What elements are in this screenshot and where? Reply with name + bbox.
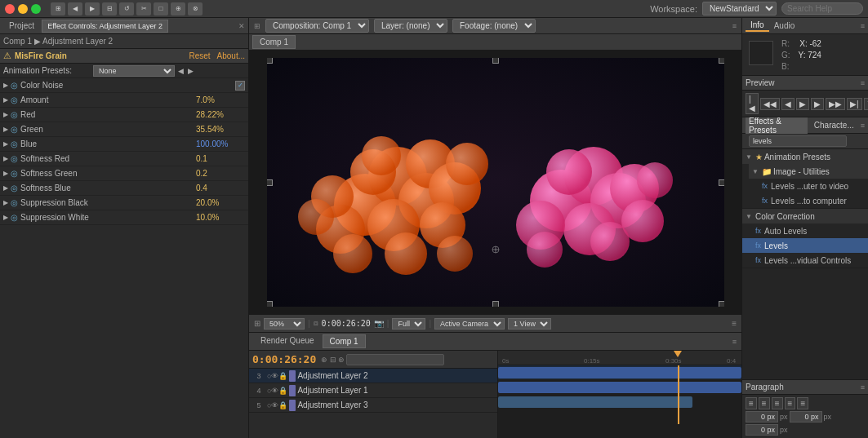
- layer-lock-5[interactable]: 🔒: [278, 401, 287, 409]
- toolbar-icon-7[interactable]: □: [154, 2, 168, 15]
- para-btn-align-center[interactable]: ≡: [759, 397, 770, 409]
- toolbar-icon-6[interactable]: ✂: [136, 2, 151, 15]
- track-bar-5[interactable]: [498, 396, 692, 408]
- viewport[interactable]: [249, 51, 741, 314]
- ep-group-header-animation[interactable]: ▼ ★ Animation Presets: [742, 149, 868, 164]
- prev-btn-next-frame[interactable]: ▶▶: [826, 98, 845, 110]
- ep-tab-effects[interactable]: Effects & Presets: [746, 117, 808, 135]
- camera-select[interactable]: Active Camera: [434, 318, 505, 330]
- layer-lock-4[interactable]: 🔒: [278, 387, 287, 395]
- effect-value-softness-red[interactable]: 0.1: [196, 154, 245, 163]
- toolbar-icon-5[interactable]: ↺: [119, 2, 134, 15]
- zoom-select[interactable]: 50% 100%: [264, 318, 305, 330]
- close-button[interactable]: [5, 4, 15, 14]
- para-input-right-indent[interactable]: [790, 411, 822, 423]
- info-options[interactable]: ≡: [861, 22, 865, 30]
- toolbar-icon-3[interactable]: ▶: [85, 2, 100, 15]
- ep-item-levels-vidual[interactable]: fx Levels ...vidual Controls: [742, 253, 868, 268]
- quality-select[interactable]: Full: [392, 318, 425, 330]
- timeline-search-input[interactable]: [346, 354, 444, 365]
- effect-value-blue[interactable]: 100.00%: [196, 139, 245, 148]
- twist-icon-blue[interactable]: ▶: [3, 140, 8, 148]
- para-btn-justify-all[interactable]: ≡: [797, 397, 808, 409]
- tab-effect-controls[interactable]: Effect Controls: Adjustment Layer 2: [42, 20, 168, 33]
- comp-tab-1[interactable]: Comp 1: [252, 35, 296, 49]
- tab-project[interactable]: Project: [3, 19, 40, 33]
- preview-options[interactable]: ≡: [861, 79, 865, 87]
- twist-icon-softness-red[interactable]: ▶: [3, 155, 8, 162]
- effect-value-red[interactable]: 28.22%: [196, 110, 245, 119]
- paragraph-options[interactable]: ≡: [861, 383, 865, 392]
- playhead-top[interactable]: [674, 351, 682, 357]
- tab-comp-1[interactable]: Comp 1: [323, 334, 366, 348]
- effect-value-green[interactable]: 35.54%: [196, 125, 245, 134]
- prev-btn-play[interactable]: ▶: [796, 98, 809, 110]
- panel-close[interactable]: ✕: [238, 22, 245, 30]
- layer-selector[interactable]: Layer: (none): [374, 19, 447, 33]
- viewport-options-icon[interactable]: ≡: [732, 319, 737, 328]
- ep-group-header-color-correction[interactable]: ▼ Color Correction: [742, 209, 868, 223]
- tab-info[interactable]: Info: [746, 20, 769, 32]
- twist-icon-suppression-black[interactable]: ▶: [3, 199, 8, 206]
- prev-btn-start[interactable]: |◀: [746, 93, 759, 114]
- para-btn-align-left[interactable]: ≡: [746, 397, 757, 409]
- frame-icon[interactable]: ⧈: [314, 319, 318, 328]
- tab-render-queue[interactable]: Render Queue: [254, 334, 321, 348]
- effect-reset-button[interactable]: Reset: [189, 51, 210, 60]
- twist-icon-softness-blue[interactable]: ▶: [3, 184, 8, 192]
- toolbar-icon-9[interactable]: ⊗: [188, 2, 203, 15]
- preset-select[interactable]: None: [93, 65, 175, 77]
- twist-icon-softness-green[interactable]: ▶: [3, 170, 8, 177]
- timeline-options-icon[interactable]: ≡: [732, 338, 737, 346]
- prev-btn-prev[interactable]: ◀: [781, 98, 795, 110]
- ep-item-levels-uter[interactable]: fx Levels ...uter to video: [749, 179, 868, 193]
- toolbar-icon-1[interactable]: ⊞: [51, 2, 65, 15]
- para-btn-align-right[interactable]: ≡: [772, 397, 783, 409]
- twist-icon-red[interactable]: ▶: [3, 111, 8, 118]
- maximize-button[interactable]: [31, 4, 41, 14]
- prev-btn-next[interactable]: ▶: [811, 98, 824, 110]
- para-input-left-indent[interactable]: [746, 411, 778, 423]
- view-select[interactable]: 1 View: [508, 318, 551, 330]
- effect-value-softness-blue[interactable]: 0.4: [196, 184, 245, 192]
- track-bar-3[interactable]: [498, 367, 741, 378]
- para-btn-justify[interactable]: ≡: [785, 397, 796, 409]
- ep-group-header-image-util[interactable]: ▼ 📁 Image - Utilities: [749, 164, 868, 179]
- prev-btn-end[interactable]: ▶|: [847, 98, 862, 110]
- para-input-space-before[interactable]: [746, 424, 778, 436]
- workspace-select[interactable]: NewStandard: [702, 2, 777, 15]
- footage-selector[interactable]: Footage: (none): [452, 19, 536, 33]
- panel-options-icon[interactable]: ≡: [732, 22, 737, 30]
- layer-lock-3[interactable]: 🔒: [278, 372, 287, 380]
- preset-prev-arrow[interactable]: ◀: [176, 67, 185, 75]
- toolbar-icon-2[interactable]: ◀: [68, 2, 82, 15]
- effect-value-amount[interactable]: 7.0%: [196, 95, 245, 104]
- ep-options[interactable]: ≡: [861, 122, 865, 130]
- layer-eye-5[interactable]: 👁: [271, 401, 278, 409]
- comp-selector[interactable]: Composition: Comp 1: [265, 19, 369, 33]
- layer-eye-3[interactable]: 👁: [271, 372, 278, 380]
- ep-tab-character[interactable]: Characte...: [811, 120, 857, 131]
- prev-btn-loop[interactable]: ↻: [864, 98, 868, 110]
- camera-icon[interactable]: 📷: [374, 319, 384, 328]
- toolbar-icon-4[interactable]: ⊟: [102, 2, 117, 15]
- preset-next-arrow[interactable]: ▶: [186, 67, 195, 75]
- twist-icon-suppression-white[interactable]: ▶: [3, 214, 8, 221]
- twist-icon-amount[interactable]: ▶: [3, 96, 8, 104]
- effect-value-suppression-white[interactable]: 10.0%: [196, 213, 245, 222]
- track-bar-4[interactable]: [498, 382, 741, 393]
- search-input[interactable]: [781, 2, 863, 15]
- twist-icon-green[interactable]: ▶: [3, 126, 8, 133]
- layer-eye-4[interactable]: 👁: [271, 387, 278, 395]
- effect-checkbox-color-noise[interactable]: ✓: [235, 81, 245, 91]
- tab-audio[interactable]: Audio: [769, 20, 800, 31]
- effect-about-button[interactable]: About...: [217, 51, 245, 60]
- ep-search-input[interactable]: [749, 135, 847, 147]
- effect-value-suppression-black[interactable]: 20.0%: [196, 198, 245, 207]
- toolbar-icon-8[interactable]: ⊕: [171, 2, 185, 15]
- twist-icon-color-noise[interactable]: ▶: [3, 82, 8, 89]
- minimize-button[interactable]: [18, 4, 28, 14]
- ep-item-levels[interactable]: fx Levels: [742, 238, 868, 253]
- viewport-icon-1[interactable]: ⊞: [254, 319, 260, 328]
- ep-item-levels-to-computer[interactable]: fx Levels ...to computer: [749, 193, 868, 208]
